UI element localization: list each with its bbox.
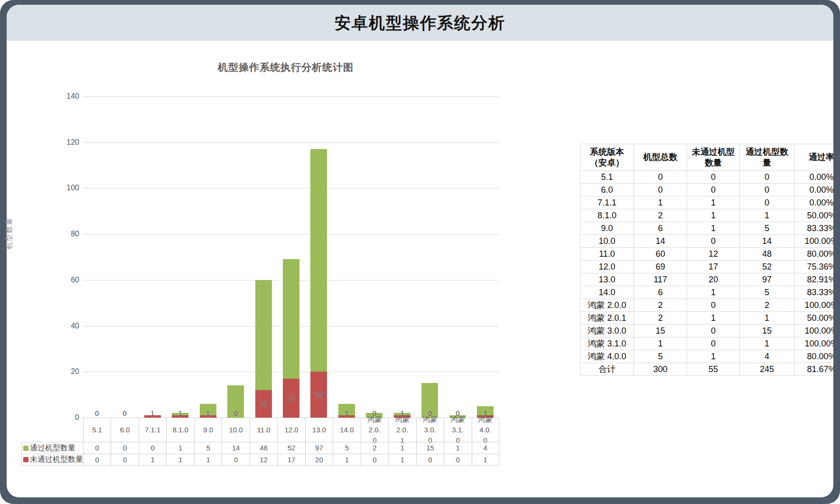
stats-header-cell: 机型总数 bbox=[634, 144, 687, 171]
stats-table-cell: 12 bbox=[687, 248, 740, 261]
category-cell: 13.0 bbox=[305, 418, 333, 442]
stats-table-row: 6.00000.00% bbox=[580, 184, 834, 196]
stats-table-cell: 100.00% bbox=[794, 235, 834, 248]
stats-table-cell: 300 bbox=[634, 363, 687, 376]
stats-table-cell: 0.00% bbox=[794, 184, 834, 196]
stats-table-cell: 1 bbox=[634, 196, 687, 209]
stats-table-cell: 6 bbox=[634, 286, 687, 299]
bar-data-label: 12 bbox=[252, 400, 276, 408]
series-value-cell: 15 bbox=[416, 442, 444, 454]
stats-table-cell: 鸿蒙 4.0.0 bbox=[580, 350, 634, 363]
stats-table-cell: 1 bbox=[687, 209, 740, 222]
series-value-cell: 1 bbox=[472, 454, 499, 466]
stats-table-cell: 0 bbox=[687, 325, 740, 337]
stats-table-cell: 100.00% bbox=[794, 299, 834, 312]
stats-header-row: 系统版本（安卓）机型总数未通过机型数量通过机型数量通过率 bbox=[580, 144, 834, 171]
stats-table-cell: 5.1 bbox=[580, 171, 634, 184]
chart-title: 机型操作系统执行分析统计图 bbox=[167, 61, 404, 74]
stats-table-row: 5.10000.00% bbox=[580, 171, 834, 184]
category-cell: 10.0 bbox=[222, 418, 249, 442]
bar-data-label: 0 bbox=[112, 409, 137, 417]
stats-table-cell: 14 bbox=[740, 235, 794, 248]
series-value-cell: 1 bbox=[194, 454, 222, 466]
series-value-cell: 2 bbox=[361, 442, 388, 454]
stats-table-row: 10.014014100.00% bbox=[580, 235, 834, 248]
stats-table-cell: 0 bbox=[687, 299, 740, 312]
series-value-cell: 0 bbox=[111, 454, 138, 466]
stats-table-cell: 7.1.1 bbox=[580, 196, 634, 209]
stats-table-cell: 10.0 bbox=[580, 235, 634, 248]
stats-table-row: 7.1.11100.00% bbox=[580, 196, 834, 209]
bar-data-label: 0 bbox=[224, 409, 248, 417]
series-value-cell: 0 bbox=[83, 442, 111, 454]
stats-header-cell: 未通过机型数量 bbox=[687, 144, 740, 171]
stats-table-cell: 55 bbox=[687, 363, 740, 376]
stats-table-cell: 117 bbox=[634, 273, 687, 286]
stats-table-cell: 2 bbox=[634, 312, 687, 325]
gridline bbox=[83, 142, 499, 143]
y-axis-tick-label: 60 bbox=[58, 276, 79, 284]
stats-table-cell: 83.33% bbox=[794, 286, 834, 299]
stats-table-cell: 0 bbox=[740, 184, 794, 196]
stats-table-cell: 鸿蒙 2.0.1 bbox=[580, 312, 634, 325]
y-axis-tick-label: 100 bbox=[58, 184, 79, 192]
stats-table-cell: 鸿蒙 3.1.0 bbox=[580, 337, 634, 350]
stats-table-cell: 6.0 bbox=[580, 184, 634, 196]
stats-table-cell: 60 bbox=[634, 248, 687, 261]
bar-segment-pass bbox=[255, 280, 272, 390]
stats-table-cell: 0 bbox=[740, 196, 794, 209]
stats-table-cell: 1 bbox=[687, 222, 740, 235]
category-cell: 11.0 bbox=[250, 418, 277, 442]
page-title: 安卓机型操作系统分析 bbox=[7, 5, 833, 41]
category-cell: 鸿蒙 2.0.1 bbox=[388, 418, 416, 442]
bar-segment-pass bbox=[283, 259, 299, 378]
stats-table-cell: 0 bbox=[634, 184, 687, 196]
bar-data-label: 1 bbox=[335, 409, 359, 417]
bar-data-label: 1 bbox=[196, 409, 220, 417]
stats-table-cell: 15 bbox=[634, 325, 687, 337]
series-value-cell: 97 bbox=[305, 442, 333, 454]
stats-table-cell: 0 bbox=[634, 171, 687, 184]
stats-table-cell: 9.0 bbox=[580, 222, 634, 235]
stats-table-cell: 15 bbox=[740, 325, 794, 337]
stats-table-cell: 0 bbox=[687, 337, 740, 350]
stats-table-cell: 4 bbox=[740, 350, 794, 363]
series-value-cell: 0 bbox=[139, 442, 166, 454]
stats-table-cell: 83.33% bbox=[794, 222, 834, 235]
category-cell: 鸿蒙 3.0.0 bbox=[416, 418, 444, 442]
stats-table-cell: 鸿蒙 2.0.0 bbox=[580, 299, 634, 312]
stats-table-row: 鸿蒙 3.0.015015100.00% bbox=[580, 325, 834, 337]
series-value-cell: 0 bbox=[83, 454, 111, 466]
stats-table-row: 11.060124880.00% bbox=[580, 248, 834, 261]
bar-data-label: 1 bbox=[168, 409, 192, 417]
y-axis-tick-label: 20 bbox=[58, 367, 79, 376]
stats-table-cell: 14 bbox=[634, 235, 687, 248]
stats-table-cell: 2 bbox=[740, 299, 794, 312]
bar-data-label: 17 bbox=[279, 394, 303, 402]
category-cell: 鸿蒙 2.0.0 bbox=[361, 418, 388, 442]
series-value-cell: 17 bbox=[277, 454, 305, 466]
stats-table-cell: 17 bbox=[687, 261, 740, 273]
stats-table-cell: 0 bbox=[687, 235, 740, 248]
y-axis-tick-label: 0 bbox=[58, 413, 79, 422]
category-cell: 12.0 bbox=[277, 418, 305, 442]
gridline bbox=[83, 188, 499, 188]
stats-table-cell: 鸿蒙 3.0.0 bbox=[580, 325, 634, 337]
stats-table-cell: 0 bbox=[687, 184, 740, 196]
legend-swatch-icon bbox=[23, 457, 28, 462]
stats-table-cell: 80.00% bbox=[794, 350, 834, 363]
category-cell: 14.0 bbox=[333, 418, 360, 442]
stats-table-cell: 合计 bbox=[580, 363, 634, 376]
category-cell: 8.1.0 bbox=[166, 418, 194, 442]
stats-table-cell: 52 bbox=[740, 261, 794, 273]
page-header: 安卓机型操作系统分析 bbox=[7, 5, 833, 41]
stats-table-cell: 1 bbox=[634, 337, 687, 350]
stats-table-cell: 82.91% bbox=[794, 273, 834, 286]
stats-table-cell: 100.00% bbox=[794, 325, 834, 337]
stats-table-cell: 8.1.0 bbox=[580, 209, 634, 222]
category-cell: 鸿蒙 4.0.0 bbox=[472, 418, 499, 442]
stats-table-cell: 1 bbox=[687, 312, 740, 325]
stats-table-row: 鸿蒙 2.0.121150.00% bbox=[580, 312, 834, 325]
stats-table-row: 12.069175275.36% bbox=[580, 261, 834, 273]
stats-table-cell: 12.0 bbox=[580, 261, 634, 273]
